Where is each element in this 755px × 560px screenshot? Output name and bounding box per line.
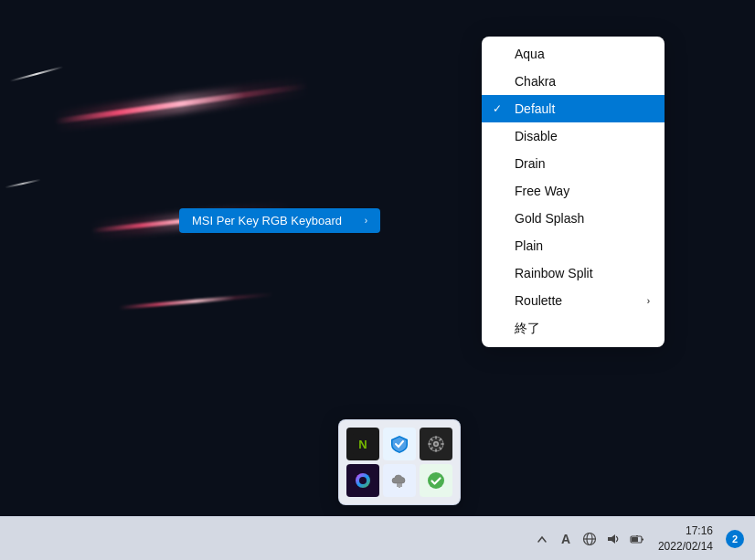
svg-point-6 (359, 477, 367, 484)
tray-icons-area: A (534, 531, 645, 547)
msi-submenu-arrow: › (365, 216, 367, 226)
msi-keyboard-menu-item[interactable]: MSI Per Key RGB Keyboard › (179, 208, 380, 233)
svg-point-10 (428, 472, 444, 489)
menu-item-aqua[interactable]: Aqua (482, 40, 665, 68)
menu-label-free_way: Free Way (515, 184, 650, 198)
menu-item-rainbow_split[interactable]: Rainbow Split (482, 259, 665, 287)
beam-3 (119, 292, 274, 310)
clock-time: 17:16 (686, 523, 713, 539)
taskbar: A 17:16 2022/02/14 (0, 516, 755, 560)
language-icon[interactable] (581, 531, 598, 547)
clock-date: 2022/02/14 (658, 539, 713, 555)
menu-label-aqua: Aqua (515, 47, 650, 61)
msi-keyboard-label: MSI Per Key RGB Keyboard (192, 214, 342, 227)
menu-label-quit: 終了 (515, 321, 650, 337)
dropdown-menu: AquaChakra✓DefaultDisableDrainFree WayGo… (482, 37, 665, 347)
svg-marker-14 (608, 534, 615, 544)
menu-label-chakra: Chakra (515, 74, 650, 89)
battery-icon[interactable] (629, 531, 645, 547)
tray-steelseries-icon[interactable] (420, 428, 452, 460)
taskbar-clock[interactable]: 17:16 2022/02/14 (658, 523, 713, 555)
tray-spectrumrgb-icon[interactable] (346, 464, 379, 497)
menu-item-quit[interactable]: 終了 (482, 314, 665, 343)
chevron-icon[interactable] (534, 531, 550, 547)
menu-item-chakra[interactable]: Chakra (482, 68, 665, 95)
checkmark-default: ✓ (493, 102, 502, 115)
svg-point-4 (435, 443, 438, 446)
tray-popup: N (338, 419, 461, 505)
menu-item-free_way[interactable]: Free Way (482, 177, 665, 205)
menu-label-disable: Disable (515, 129, 650, 143)
notification-badge[interactable]: 2 (726, 530, 744, 548)
menu-label-drain: Drain (515, 156, 650, 171)
menu-item-default[interactable]: ✓Default (482, 95, 665, 122)
menu-label-gold_splash: Gold Splash (515, 211, 650, 226)
menu-item-disable[interactable]: Disable (482, 122, 665, 150)
menu-item-drain[interactable]: Drain (482, 150, 665, 177)
tray-cloud-icon[interactable] (383, 464, 416, 497)
tray-nvidia-icon[interactable]: N (346, 428, 379, 460)
svg-rect-17 (632, 537, 638, 542)
streak-1 (10, 66, 63, 81)
submenu-arrow-roulette: › (647, 296, 650, 306)
menu-label-rainbow_split: Rainbow Split (515, 266, 650, 280)
beam-1 (55, 83, 309, 124)
svg-rect-16 (642, 538, 643, 540)
menu-item-gold_splash[interactable]: Gold Splash (482, 205, 665, 232)
menu-label-default: Default (515, 101, 650, 116)
tray-check-icon[interactable] (420, 464, 452, 497)
streak-2 (5, 179, 41, 188)
menu-label-roulette: Roulette (515, 293, 636, 308)
tray-defender-icon[interactable] (383, 428, 416, 460)
menu-label-plain: Plain (515, 238, 650, 253)
svg-text:N: N (358, 438, 367, 451)
menu-item-roulette[interactable]: Roulette› (482, 287, 665, 314)
volume-icon[interactable] (605, 531, 622, 547)
system-tray: A 17:16 2022/02/14 (534, 523, 744, 555)
menu-item-plain[interactable]: Plain (482, 232, 665, 259)
font-icon[interactable]: A (558, 531, 574, 547)
